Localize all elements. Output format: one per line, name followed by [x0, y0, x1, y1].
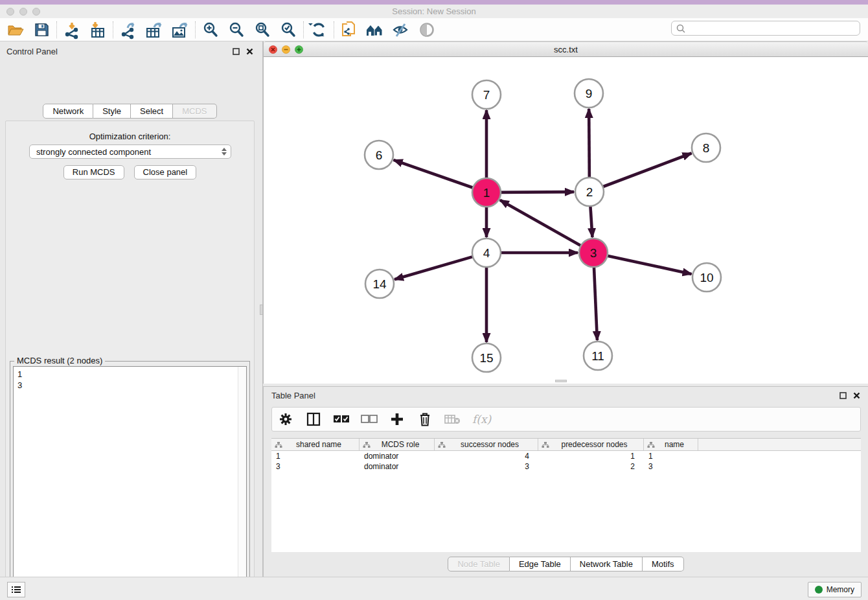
- close-table-panel-icon[interactable]: [853, 392, 860, 399]
- search-input[interactable]: [689, 24, 860, 33]
- cell-shared-name[interactable]: 3: [271, 461, 360, 472]
- tab-network[interactable]: Network: [43, 104, 93, 119]
- edge-1-2[interactable]: [501, 192, 574, 192]
- network-minimize-button[interactable]: [282, 45, 290, 54]
- save-session-button[interactable]: [29, 19, 54, 40]
- export-image-button[interactable]: [167, 19, 193, 40]
- checked-boxes-icon: [333, 415, 350, 424]
- zoom-in-button[interactable]: [198, 19, 223, 40]
- edge-4-14[interactable]: [394, 257, 473, 279]
- tab-style[interactable]: Style: [93, 104, 131, 119]
- delete-column-button[interactable]: [417, 411, 433, 428]
- canvas-grip[interactable]: [555, 380, 567, 382]
- zoom-out-button[interactable]: [223, 19, 249, 40]
- column-header-successor-nodes[interactable]: successor nodes: [435, 439, 538, 450]
- zoom-selected-button[interactable]: [275, 19, 301, 40]
- import-table-button[interactable]: [85, 19, 111, 40]
- select-all-checks-button[interactable]: [333, 411, 350, 428]
- open-session-button[interactable]: [3, 19, 29, 40]
- cell-successor-nodes[interactable]: 4: [435, 451, 538, 461]
- column-header-shared-name[interactable]: shared name: [271, 439, 360, 450]
- network-close-button[interactable]: [269, 45, 277, 54]
- toolbar-separator: [56, 21, 57, 38]
- network-graph[interactable]: 7968124314101511: [264, 57, 867, 382]
- clear-all-checks-button[interactable]: [361, 411, 378, 428]
- float-table-panel-icon[interactable]: [839, 392, 847, 399]
- delete-table-button[interactable]: [444, 411, 461, 428]
- network-canvas[interactable]: 7968124314101511: [264, 57, 868, 382]
- column-header-predecessor-nodes[interactable]: predecessor nodes: [538, 439, 644, 450]
- edge-2-8[interactable]: [603, 153, 692, 187]
- import-network-button[interactable]: [59, 19, 85, 40]
- refresh-view-button[interactable]: [306, 19, 332, 40]
- export-network-icon: [120, 21, 137, 38]
- add-column-button[interactable]: [389, 411, 405, 428]
- tab-select[interactable]: Select: [131, 104, 173, 119]
- cell-shared-name[interactable]: 1: [271, 451, 360, 461]
- tab-network-table[interactable]: Network Table: [571, 557, 643, 571]
- tab-motifs[interactable]: Motifs: [643, 557, 684, 571]
- import-table-icon: [89, 21, 106, 38]
- export-network-button[interactable]: [115, 19, 141, 40]
- tab-node-table[interactable]: Node Table: [448, 557, 510, 571]
- function-builder-button[interactable]: f(x): [472, 411, 491, 428]
- memory-button[interactable]: Memory: [808, 582, 862, 597]
- memory-status-icon: [815, 586, 823, 594]
- node-label-7: 7: [483, 88, 490, 102]
- edge-3-10[interactable]: [607, 256, 691, 274]
- cell-predecessor-nodes[interactable]: 1: [538, 451, 644, 461]
- export-table-button[interactable]: [141, 19, 167, 40]
- control-panel-tabs: NetworkStyleSelectMCDS: [43, 104, 216, 119]
- float-panel-icon[interactable]: [233, 48, 240, 55]
- node-label-9: 9: [586, 87, 593, 100]
- refresh-icon: [310, 21, 327, 38]
- column-header-MCDS-role[interactable]: MCDS role: [360, 439, 435, 450]
- zoom-fit-button[interactable]: [249, 19, 275, 40]
- zoom-selected-icon: [280, 21, 297, 38]
- cell-name[interactable]: 3: [644, 461, 698, 472]
- optimization-criterion-label: Optimization criterion:: [6, 132, 254, 141]
- mcds-result-title: MCDS result (2 nodes): [14, 356, 105, 365]
- edge-2-3[interactable]: [590, 206, 592, 237]
- mcds-result-list[interactable]: 1 3: [14, 367, 238, 600]
- cell-predecessor-nodes[interactable]: 2: [538, 461, 644, 472]
- table-row[interactable]: 3dominator323: [271, 461, 861, 472]
- close-panel-button[interactable]: Close panel: [134, 165, 197, 179]
- table-settings-button[interactable]: [277, 411, 294, 428]
- cell-MCDS-role[interactable]: dominator: [360, 461, 435, 472]
- network-view-window: scc.txt 7968124314101511: [263, 41, 868, 384]
- criterion-select[interactable]: strongly connected component: [29, 144, 231, 159]
- tab-mcds[interactable]: MCDS: [173, 104, 216, 119]
- tab-edge-table[interactable]: Edge Table: [510, 557, 571, 571]
- clone-network-button[interactable]: [336, 19, 362, 40]
- select-stepper-icon: [222, 148, 227, 156]
- save-icon: [34, 22, 49, 38]
- task-history-button[interactable]: [7, 582, 25, 597]
- cell-name[interactable]: 1: [644, 451, 698, 461]
- trash-icon: [418, 412, 431, 426]
- first-neighbors-button[interactable]: [362, 19, 388, 40]
- close-panel-icon[interactable]: [246, 48, 253, 55]
- network-zoom-button[interactable]: [295, 45, 303, 54]
- toolbar-separator: [195, 21, 196, 38]
- export-table-icon: [145, 21, 163, 38]
- table-rows: 1dominator4113dominator323: [271, 451, 861, 472]
- column-type-icon: [275, 441, 282, 448]
- column-chooser-button[interactable]: [305, 411, 322, 428]
- cell-successor-nodes[interactable]: 3: [435, 461, 538, 472]
- edge-3-11[interactable]: [594, 267, 597, 340]
- cell-MCDS-role[interactable]: dominator: [360, 451, 435, 461]
- table-row[interactable]: 1dominator411: [271, 451, 861, 461]
- show-all-button[interactable]: [414, 19, 440, 40]
- edge-2-9[interactable]: [589, 109, 589, 178]
- column-type-icon: [363, 441, 371, 448]
- desktop-wallpaper-strip: [0, 0, 868, 5]
- result-scrollbar[interactable]: [238, 367, 246, 600]
- unchecked-boxes-icon: [361, 415, 378, 424]
- column-header-name[interactable]: name: [644, 439, 698, 450]
- edge-3-1[interactable]: [500, 200, 581, 246]
- edge-1-6[interactable]: [394, 160, 474, 188]
- run-mcds-button[interactable]: Run MCDS: [63, 165, 124, 179]
- node-label-14: 14: [372, 277, 387, 291]
- hide-selected-button[interactable]: [388, 19, 414, 40]
